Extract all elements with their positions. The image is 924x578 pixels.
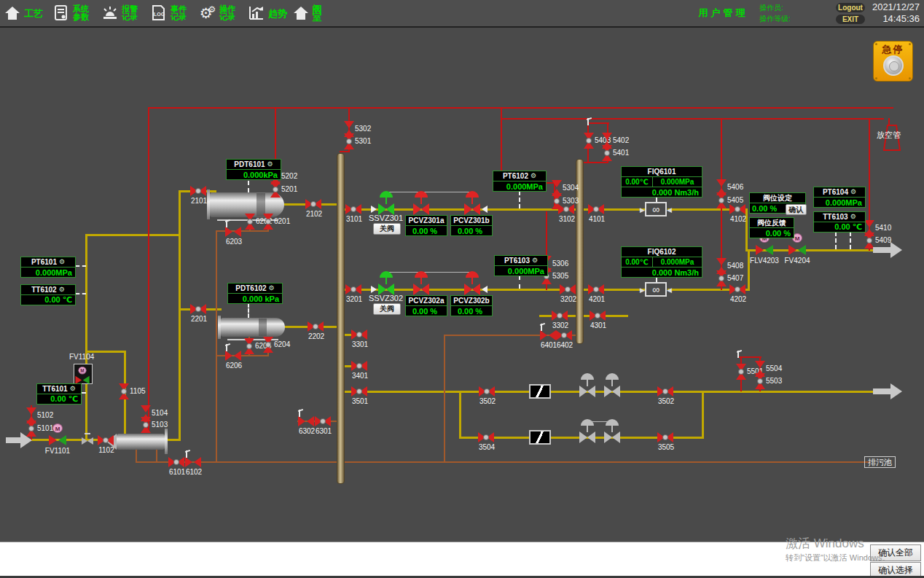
control-valve[interactable] xyxy=(462,191,482,217)
instrument-value: 0.000MPa xyxy=(493,181,546,191)
valve-6202[interactable] xyxy=(245,214,255,230)
valve-5303[interactable] xyxy=(552,193,562,209)
logout-button[interactable]: Logout xyxy=(836,3,865,12)
valve-6205[interactable] xyxy=(244,338,254,354)
gear-icon[interactable]: ⚙ xyxy=(530,173,536,179)
valve-2101[interactable] xyxy=(190,186,206,196)
nav-alarm-log-button[interactable]: 报警记录 xyxy=(101,0,144,26)
gear-icon[interactable]: ⚙ xyxy=(59,259,65,265)
valve-6401[interactable] xyxy=(540,330,556,340)
valve-3101[interactable] xyxy=(345,204,361,214)
gear-icon[interactable]: ⚙ xyxy=(850,214,856,220)
close-valve-button[interactable]: 关阀 xyxy=(373,223,401,235)
tt6101-display[interactable]: TT6101⚙0.00 ℃ xyxy=(36,383,82,405)
emergency-stop-button[interactable]: 急停 xyxy=(873,41,913,82)
nav-process-button[interactable]: 工艺 xyxy=(3,0,47,26)
pdt6101-display[interactable]: PDT6101⚙0.000kPa xyxy=(226,159,281,180)
user-management-button[interactable]: 用户管理 xyxy=(691,0,756,26)
nav-valve-room-button[interactable]: 阀室 xyxy=(291,0,331,26)
valve-6206[interactable] xyxy=(225,351,241,361)
tt6103-display[interactable]: TT6103⚙0.00 ℃ xyxy=(813,211,866,233)
pt6102-display[interactable]: PT6102⚙0.000MPa xyxy=(493,171,547,192)
valve-tag: 5103 xyxy=(152,421,168,429)
valve-6204[interactable] xyxy=(263,337,273,353)
pdt6102-display[interactable]: PDT6102⚙0.000 kPa xyxy=(227,283,283,304)
motor-valve-FV1101[interactable]: M xyxy=(48,423,67,445)
valve-4301[interactable] xyxy=(590,311,606,321)
valve-2102[interactable] xyxy=(305,199,321,209)
manual-globe-valve[interactable] xyxy=(602,419,622,445)
valve-set-value[interactable]: 0.00 % xyxy=(750,203,788,213)
manual-globe-valve[interactable] xyxy=(602,373,622,399)
valve-3401[interactable] xyxy=(351,361,367,371)
pt6101-display[interactable]: PT6101⚙0.000MPa xyxy=(20,257,76,278)
valve-5403[interactable] xyxy=(584,133,594,149)
gear-icon[interactable]: ⚙ xyxy=(267,161,273,168)
gear-icon[interactable]: ⚙ xyxy=(70,386,76,392)
manual-valve[interactable] xyxy=(82,436,93,445)
valve-6102[interactable] xyxy=(185,457,201,467)
inlet-separator xyxy=(117,434,165,450)
valve-1102[interactable] xyxy=(98,435,114,445)
tt6102-display[interactable]: TT6102⚙0.00 ℃ xyxy=(20,284,76,305)
confirm-button[interactable]: 确认 xyxy=(786,204,807,215)
close-valve-button[interactable]: 关阀 xyxy=(373,303,401,315)
nav-trend-button[interactable]: 趋势 xyxy=(247,0,288,26)
instrument-value: 0.000kPa xyxy=(227,170,281,179)
gear-icon[interactable]: ⚙ xyxy=(850,189,856,195)
nav-operation-log-button[interactable]: ⚙⚙ 操作记录 xyxy=(198,0,242,26)
motor-valve-FV1104[interactable]: M xyxy=(75,367,90,384)
gear-icon[interactable]: ⚙ xyxy=(59,286,65,293)
valve-3505[interactable] xyxy=(657,432,673,442)
manual-globe-valve[interactable] xyxy=(577,373,598,399)
valve-3504[interactable] xyxy=(478,432,494,442)
valve-3301[interactable] xyxy=(351,329,367,340)
valve-4202[interactable] xyxy=(729,284,745,294)
valve-3201[interactable] xyxy=(345,284,361,294)
valve-4101[interactable] xyxy=(588,204,604,214)
valve-4201[interactable] xyxy=(588,284,604,294)
valve-2202[interactable] xyxy=(308,321,324,332)
valve-4102[interactable] xyxy=(729,204,745,214)
instrument-value: 0.00 ℃ xyxy=(37,394,81,404)
gear-icon[interactable]: ⚙ xyxy=(532,257,538,264)
valve-6301[interactable] xyxy=(315,416,331,426)
valve-2201[interactable] xyxy=(190,304,206,314)
valve-3502[interactable] xyxy=(657,386,673,397)
exit-button[interactable]: EXIT xyxy=(836,15,865,24)
valve-6101[interactable] xyxy=(168,457,184,467)
valve-5201[interactable] xyxy=(270,181,281,198)
valve-5405[interactable] xyxy=(716,192,727,208)
valve-6203[interactable] xyxy=(225,227,241,237)
valve-tag: 5301 xyxy=(355,137,371,145)
control-valve[interactable] xyxy=(411,271,431,297)
valve-tag: 5202 xyxy=(281,172,297,180)
valve-5407[interactable] xyxy=(716,270,727,286)
control-valve[interactable] xyxy=(411,191,431,217)
valve-6302[interactable] xyxy=(298,416,314,426)
motor-valve-label: FV1104 xyxy=(69,353,94,361)
valve-5503[interactable] xyxy=(755,373,765,389)
valve-5301[interactable] xyxy=(344,133,354,149)
valve-3302[interactable] xyxy=(552,311,568,321)
valve-3502[interactable] xyxy=(479,386,495,397)
gear-icon[interactable]: ⚙ xyxy=(269,285,275,292)
valve-1105[interactable] xyxy=(119,383,129,399)
valve-5103[interactable] xyxy=(141,417,151,433)
control-valve[interactable] xyxy=(462,271,482,297)
manual-globe-valve[interactable] xyxy=(577,419,598,445)
nav-system-params-button[interactable]: 系统参数 xyxy=(52,0,95,26)
fiq6101-display: FIQ6101 0.00℃ 0.000MPa 0.000 Nm3/h xyxy=(621,166,702,198)
nav-event-log-button[interactable]: LOG 事件记录 xyxy=(149,0,193,26)
pcv-tag: PCVZ302b xyxy=(451,296,492,306)
valve-5401[interactable] xyxy=(602,145,612,161)
valve-6201[interactable] xyxy=(263,214,273,230)
valve-3202[interactable] xyxy=(560,284,576,294)
valve-5501[interactable] xyxy=(736,364,746,380)
valve-6402[interactable] xyxy=(556,330,572,340)
valve-tag: 4201 xyxy=(586,295,608,303)
valve-tag: 6402 xyxy=(554,341,576,349)
pt6103-display[interactable]: PT6103⚙0.000MPa xyxy=(494,255,548,276)
valve-3501[interactable] xyxy=(351,386,367,397)
pt6104-display[interactable]: PT6104⚙0.000MPa xyxy=(813,187,866,208)
